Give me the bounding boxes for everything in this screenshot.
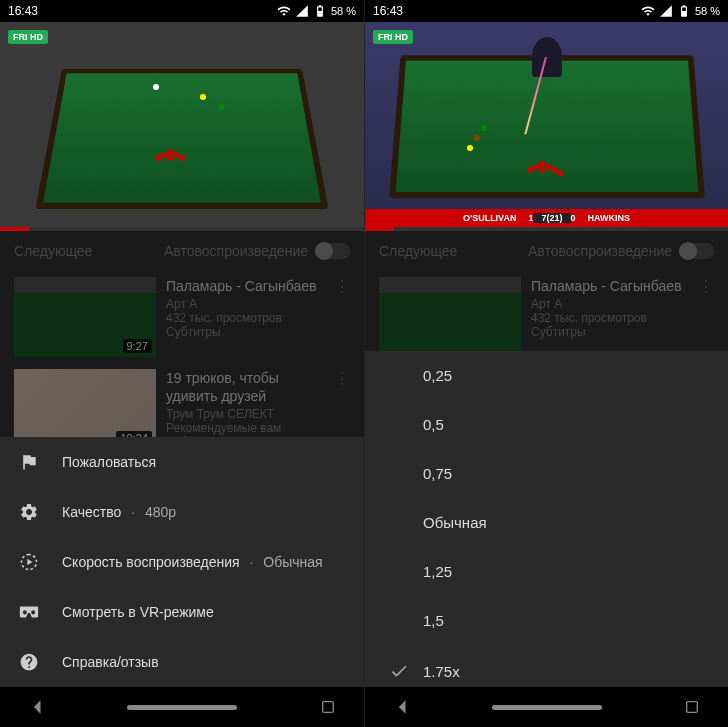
nav-home-pill[interactable] xyxy=(127,705,237,710)
dimmed-content: Следующее Автовоспроизведение 9:27 Палам… xyxy=(0,231,364,455)
status-battery: 58 % xyxy=(695,5,720,17)
flag-icon xyxy=(18,451,40,473)
nav-back-icon[interactable] xyxy=(28,697,48,717)
autoplay-row: Автовоспроизведение xyxy=(164,243,350,259)
video-title: 19 трюков, чтобы удивить друзей xyxy=(166,369,324,405)
video-meta: Паламарь - Сагынбаев Арт А 432 тыс. прос… xyxy=(531,277,688,339)
status-time: 16:43 xyxy=(373,4,403,18)
video-channel: Арт А xyxy=(531,297,688,311)
below-video-area: Следующее Автовоспроизведение 9:27 Палам… xyxy=(0,231,364,687)
more-icon[interactable]: ⋮ xyxy=(698,277,714,296)
options-sheet: Пожаловаться Качество · 480p Скорость во… xyxy=(0,437,364,687)
nav-bar xyxy=(365,687,728,727)
menu-report[interactable]: Пожаловаться xyxy=(0,437,364,487)
menu-help[interactable]: Справка/отзыв xyxy=(0,637,364,687)
speed-option-3[interactable]: Обычная xyxy=(365,498,728,547)
video-thumbnail xyxy=(379,277,521,357)
next-row: Следующее Автовоспроизведение xyxy=(0,231,364,271)
menu-quality-value: 480p xyxy=(145,504,176,520)
svg-rect-0 xyxy=(323,702,334,713)
score-bar: O'SULLIVAN 1 7(21) 0 HAWKINS xyxy=(365,209,728,227)
video-views: Рекомендуемые вам xyxy=(166,421,324,435)
right-screen: 16:43 58 % xyxy=(364,0,728,727)
dimmed-content: Следующее Автовоспроизведение Паламарь -… xyxy=(365,231,728,363)
autoplay-label: Автовоспроизведение xyxy=(528,243,672,259)
video-meta: Паламарь - Сагынбаев Арт А 432 тыс. прос… xyxy=(166,277,324,339)
vr-icon xyxy=(18,601,40,623)
speed-sheet: 0,25 0,5 0,75 Обычная 1,25 1,5 1.75x 2x xyxy=(365,351,728,687)
next-label: Следующее xyxy=(14,243,92,259)
gear-icon xyxy=(18,501,40,523)
battery-icon xyxy=(677,4,691,18)
help-icon xyxy=(18,651,40,673)
next-row: Следующее Автовоспроизведение xyxy=(365,231,728,271)
video-channel: Трум Трум СЕЛЕКТ xyxy=(166,407,324,421)
menu-speed[interactable]: Скорость воспроизведения · Обычная xyxy=(0,537,364,587)
speed-option-2[interactable]: 0,75 xyxy=(365,449,728,498)
speed-option-1[interactable]: 0,5 xyxy=(365,400,728,449)
nav-back-icon[interactable] xyxy=(393,697,413,717)
below-video-area: Следующее Автовоспроизведение Паламарь -… xyxy=(365,231,728,687)
video-player[interactable]: O'SULLIVAN 1 7(21) 0 HAWKINS FRI HD xyxy=(365,22,728,227)
speed-icon xyxy=(18,551,40,573)
autoplay-toggle[interactable] xyxy=(680,243,714,259)
menu-help-label: Справка/отзыв xyxy=(62,654,159,670)
next-label: Следующее xyxy=(379,243,457,259)
score-center: 7(21) xyxy=(533,213,570,223)
channel-badge: FRI HD xyxy=(8,30,48,44)
status-bar: 16:43 58 % xyxy=(0,0,364,22)
menu-quality[interactable]: Качество · 480p xyxy=(0,487,364,537)
status-right: 58 % xyxy=(641,4,720,18)
menu-report-label: Пожаловаться xyxy=(62,454,156,470)
suggested-video-1[interactable]: 9:27 Паламарь - Сагынбаев Арт А 432 тыс.… xyxy=(0,271,364,363)
autoplay-row: Автовоспроизведение xyxy=(528,243,714,259)
video-thumbnail-scene: O'SULLIVAN 1 7(21) 0 HAWKINS xyxy=(365,22,728,227)
video-views: 432 тыс. просмотров xyxy=(531,311,688,325)
wifi-icon xyxy=(641,4,655,18)
video-thumbnail: 9:27 xyxy=(14,277,156,357)
menu-speed-value: Обычная xyxy=(263,554,322,570)
channel-badge: FRI HD xyxy=(373,30,413,44)
signal-icon xyxy=(659,4,673,18)
nav-recent-icon[interactable] xyxy=(684,699,700,715)
menu-vr-label: Смотреть в VR-режиме xyxy=(62,604,214,620)
video-title: Паламарь - Сагынбаев xyxy=(166,277,324,295)
score-right-name: HAWKINS xyxy=(576,213,643,223)
more-icon[interactable]: ⋮ xyxy=(334,369,350,388)
status-bar: 16:43 58 % xyxy=(365,0,728,22)
left-screen: 16:43 58 % FRI HD xyxy=(0,0,364,727)
suggested-video-1[interactable]: Паламарь - Сагынбаев Арт А 432 тыс. прос… xyxy=(365,271,728,363)
speed-option-5[interactable]: 1,5 xyxy=(365,596,728,645)
signal-icon xyxy=(295,4,309,18)
video-player[interactable]: FRI HD xyxy=(0,22,364,227)
battery-icon xyxy=(313,4,327,18)
video-subtitles-badge: Субтитры xyxy=(166,325,324,339)
status-time: 16:43 xyxy=(8,4,38,18)
svg-rect-1 xyxy=(687,702,698,713)
video-title: Паламарь - Сагынбаев xyxy=(531,277,688,295)
menu-vr[interactable]: Смотреть в VR-режиме xyxy=(0,587,364,637)
video-views: 432 тыс. просмотров xyxy=(166,311,324,325)
nav-home-pill[interactable] xyxy=(492,705,602,710)
video-thumbnail-scene xyxy=(0,22,364,227)
check-icon xyxy=(383,661,415,681)
more-icon[interactable]: ⋮ xyxy=(334,277,350,296)
status-battery: 58 % xyxy=(331,5,356,17)
video-duration: 9:27 xyxy=(123,339,152,353)
autoplay-label: Автовоспроизведение xyxy=(164,243,308,259)
nav-recent-icon[interactable] xyxy=(320,699,336,715)
video-channel: Арт А xyxy=(166,297,324,311)
nav-bar xyxy=(0,687,364,727)
status-right: 58 % xyxy=(277,4,356,18)
menu-quality-label: Качество xyxy=(62,504,121,520)
autoplay-toggle[interactable] xyxy=(316,243,350,259)
wifi-icon xyxy=(277,4,291,18)
menu-speed-label: Скорость воспроизведения xyxy=(62,554,240,570)
speed-option-0[interactable]: 0,25 xyxy=(365,351,728,400)
score-left-name: O'SULLIVAN xyxy=(451,213,528,223)
video-subtitles-badge: Субтитры xyxy=(531,325,688,339)
speed-option-6[interactable]: 1.75x xyxy=(365,645,728,687)
speed-option-4[interactable]: 1,25 xyxy=(365,547,728,596)
